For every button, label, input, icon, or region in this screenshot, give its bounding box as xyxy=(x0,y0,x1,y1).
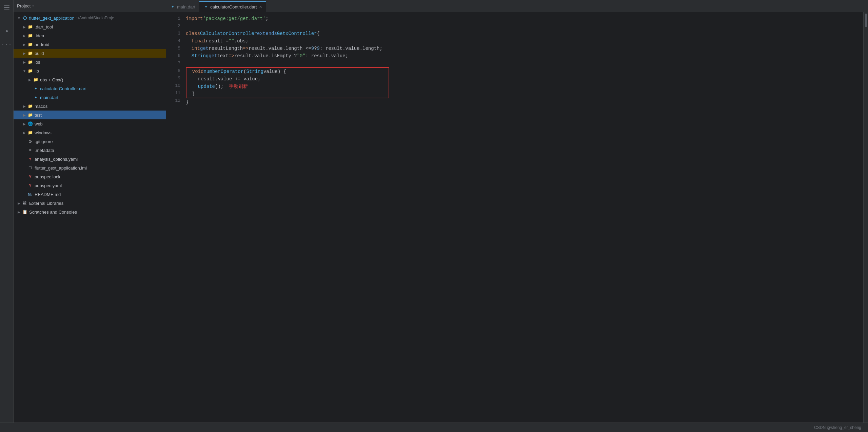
tree-label-ios: ios xyxy=(35,60,40,65)
code-content[interactable]: import 'package:get/get.dart'; class Cal… xyxy=(183,12,863,423)
code-line-6: String get text => result.value.isEmpty … xyxy=(186,52,863,60)
tree-label-external: External Libraries xyxy=(29,201,63,206)
bottom-bar: CSDN @sheng_er_sheng xyxy=(0,423,868,432)
tab-label-main: main.dart xyxy=(177,4,195,9)
tree-arrow-scratches xyxy=(16,209,22,215)
tab-label-cc: calculatorController.dart xyxy=(210,4,257,9)
folder-icon-windows: 📁 xyxy=(27,130,33,135)
line-numbers: 1 2 3 4 5 6 7 8 9 10 11 12 xyxy=(166,12,183,423)
tree-arrow-macos xyxy=(22,103,27,109)
tree-arrow-dart-tool xyxy=(22,24,27,30)
project-tree: flutter_gext_application ~/AndroidStudio… xyxy=(14,12,166,423)
tree-item-build[interactable]: 📁 build xyxy=(14,49,166,58)
tree-label-macos: macos xyxy=(35,104,47,109)
svg-marker-4 xyxy=(23,16,27,20)
tree-item-gitignore[interactable]: ⊘ .gitignore xyxy=(14,137,166,146)
tree-label-cc: calculatorController.dart xyxy=(40,86,86,91)
tree-label-lib: lib xyxy=(35,68,39,74)
tree-item-analysis-yaml[interactable]: Y analysis_options.yaml xyxy=(14,155,166,163)
svg-point-3 xyxy=(6,30,8,32)
tree-arrow-lib xyxy=(22,68,27,74)
tree-arrow-idea xyxy=(22,33,27,38)
tree-item-root[interactable]: flutter_gext_application ~/AndroidStudio… xyxy=(14,14,166,22)
code-line-7 xyxy=(186,60,863,67)
tree-item-web[interactable]: 🌐 web xyxy=(14,119,166,128)
tree-arrow-web xyxy=(22,121,27,126)
tree-item-android[interactable]: 📁 android xyxy=(14,40,166,49)
md-icon-readme: M↓ xyxy=(27,192,33,197)
code-line-2 xyxy=(186,22,863,30)
tree-arrow-root xyxy=(16,15,22,21)
folder-icon-lib: 📁 xyxy=(27,68,33,74)
tree-item-ios[interactable]: 📁 ios xyxy=(14,58,166,66)
folder-icon-ios: 📁 xyxy=(27,59,33,65)
tree-label-readme: README.md xyxy=(35,192,61,197)
svg-rect-1 xyxy=(4,7,9,8)
tree-item-test[interactable]: 📁 test xyxy=(14,111,166,119)
tree-arrow-test xyxy=(22,112,27,118)
project-panel-header[interactable]: Project ▾ xyxy=(14,0,166,12)
tab-main-dart[interactable]: ✦ main.dart xyxy=(166,1,199,12)
tree-item-obs[interactable]: 📁 obs + Obx() xyxy=(14,75,166,84)
nav-icon-hamburger[interactable] xyxy=(3,3,11,12)
external-icon: 🏛 xyxy=(22,200,28,206)
svg-rect-2 xyxy=(4,9,9,9)
tab-bar: ✦ main.dart ✦ calculatorController.dart … xyxy=(166,0,868,12)
tree-item-macos[interactable]: 📁 macos xyxy=(14,102,166,111)
credit-text: CSDN @sheng_er_sheng xyxy=(814,425,861,430)
tree-item-lib[interactable]: 📁 lib xyxy=(14,66,166,75)
tree-label-metadata: .metadata xyxy=(35,148,54,153)
code-line-5: int get resultLength => result.value.len… xyxy=(186,45,863,52)
tree-item-iml[interactable]: ☐ flutter_gext_application.iml xyxy=(14,163,166,172)
code-line-4: final result = "".obs; xyxy=(186,37,863,45)
gitignore-icon: ⊘ xyxy=(27,139,33,144)
tree-item-readme[interactable]: M↓ README.md xyxy=(14,190,166,199)
tree-item-pubspec-lock[interactable]: Y pubspec.lock xyxy=(14,172,166,181)
tab-close-cc[interactable]: ✕ xyxy=(259,5,262,9)
svg-line-5 xyxy=(23,18,25,20)
code-line-11: } xyxy=(186,90,389,98)
tree-arrow-build xyxy=(22,51,27,56)
code-line-8: void numberOperator(String value) { xyxy=(186,68,389,75)
tree-item-idea[interactable]: 📁 .idea xyxy=(14,31,166,40)
tree-item-main-dart[interactable]: ✦ main.dart xyxy=(14,93,166,102)
tree-label-scratches: Scratches and Consoles xyxy=(29,210,77,215)
tree-item-external[interactable]: 🏛 External Libraries xyxy=(14,199,166,208)
folder-icon-android: 📁 xyxy=(27,42,33,47)
tree-item-windows[interactable]: 📁 windows xyxy=(14,128,166,137)
tree-arrow-obs xyxy=(27,77,33,82)
tree-arrow-windows xyxy=(22,130,27,135)
svg-rect-0 xyxy=(4,5,9,6)
scrollbar-thumb xyxy=(865,14,867,27)
nav-icon-dot[interactable] xyxy=(3,27,11,35)
code-scrollbar[interactable] xyxy=(863,12,868,423)
tree-item-metadata[interactable]: ≡ .metadata xyxy=(14,146,166,155)
tree-arrow-ios xyxy=(22,59,27,65)
tree-item-calculator-controller[interactable]: ✦ calculatorController.dart xyxy=(14,84,166,93)
tree-item-pubspec-yaml[interactable]: Y pubspec.yaml xyxy=(14,181,166,190)
tree-label-publock: pubspec.lock xyxy=(35,174,60,179)
tree-label-windows: windows xyxy=(35,130,52,135)
yaml-icon-publock: Y xyxy=(27,174,33,179)
tree-label-build: build xyxy=(35,51,44,56)
iml-icon: ☐ xyxy=(27,165,33,171)
sidebar-icons: ··· xyxy=(0,0,14,423)
tree-item-dart-tool[interactable]: 📁 .dart_tool xyxy=(14,22,166,31)
tree-hint-root: ~/AndroidStudioProje xyxy=(75,16,114,20)
tree-label-android: android xyxy=(35,42,49,47)
tree-label-main: main.dart xyxy=(40,95,58,100)
tab-calculator-controller[interactable]: ✦ calculatorController.dart ✕ xyxy=(199,1,266,12)
tree-item-scratches[interactable]: 📋 Scratches and Consoles xyxy=(14,208,166,216)
tree-label-iml: flutter_gext_application.iml xyxy=(35,165,87,171)
dart-tab-icon-cc: ✦ xyxy=(203,4,208,9)
highlight-block: void numberOperator(String value) { resu… xyxy=(186,67,389,98)
code-line-3: class CalculatorController extends GetxC… xyxy=(186,30,863,37)
nav-icon-dots[interactable]: ··· xyxy=(3,41,11,49)
flutter-icon xyxy=(22,15,28,21)
scratch-icon: 📋 xyxy=(22,209,28,215)
tree-label-obs: obs + Obx() xyxy=(40,77,63,82)
inline-comment-manual-refresh: 手动刷新 xyxy=(229,83,248,90)
tree-label-web: web xyxy=(35,121,43,126)
code-line-10: update();手动刷新 xyxy=(186,83,389,90)
tree-label-dart-tool: .dart_tool xyxy=(35,24,53,30)
